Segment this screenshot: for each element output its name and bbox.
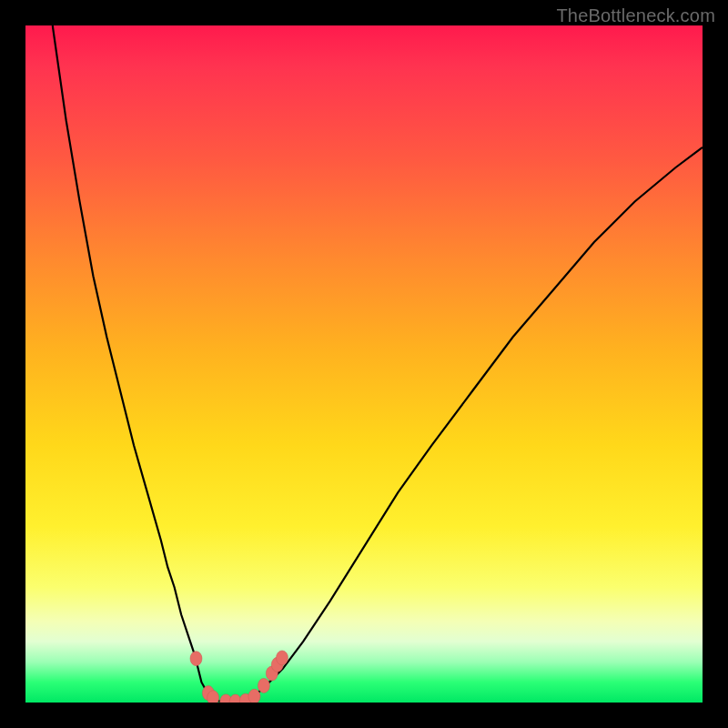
bottleneck-curve — [25, 25, 703, 703]
curve-path — [53, 25, 703, 703]
curve-markers — [190, 651, 288, 703]
data-point-marker — [258, 678, 269, 693]
chart-frame: TheBottleneck.com — [0, 0, 728, 728]
data-point-marker — [248, 689, 260, 703]
watermark-text: TheBottleneck.com — [556, 5, 715, 26]
chart-plot-area — [25, 25, 703, 703]
data-point-marker — [190, 652, 202, 666]
data-point-marker — [276, 651, 288, 665]
data-point-marker — [207, 691, 219, 703]
